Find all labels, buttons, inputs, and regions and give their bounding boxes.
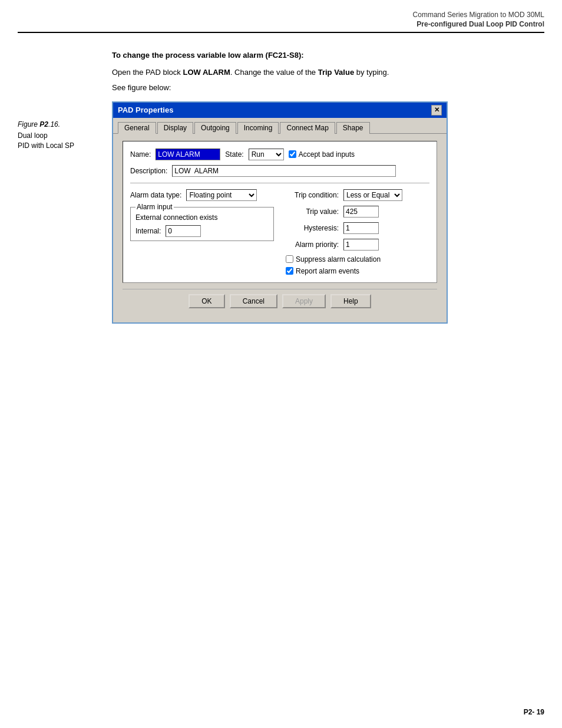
report-checkbox[interactable] [286,267,293,275]
alarm-input-title: Alarm input [135,203,174,211]
alarm-priority-label: Alarm priority: [286,241,339,249]
dialog-columns: Alarm data type: Floating point Integer … [130,189,429,275]
main-content: Figure P2.16. Dual loop PID with Local S… [0,33,562,341]
tab-display[interactable]: Display [157,122,193,134]
figure-caption-area: Figure P2.16. Dual loop PID with Local S… [18,51,112,324]
dialog-inner-panel: Name: State: Run Stop Accept bad inputs [123,141,437,283]
figure-caption: Dual loop PID with Local SP [18,131,112,151]
dialog-title: PAD Properties [118,106,173,114]
accept-bad-inputs-checkbox[interactable] [289,150,296,158]
alarm-data-type-select[interactable]: Floating point Integer Boolean [186,189,257,201]
apply-button[interactable]: Apply [282,294,326,308]
help-button[interactable]: Help [330,294,371,308]
internal-label: Internal: [135,227,161,235]
cancel-button[interactable]: Cancel [230,294,277,308]
header-subtitle: Pre-configured Dual Loop PID Control [18,20,544,28]
ok-button[interactable]: OK [189,294,224,308]
trip-value-input[interactable] [343,206,379,218]
form-separator [130,183,429,183]
close-button[interactable]: ✕ [431,105,442,116]
dialog-buttons: OK Cancel Apply Help [123,289,437,315]
instruction-paragraph: Open the PAD block LOW ALARM. Change the… [112,67,544,78]
tab-connect-map[interactable]: Connect Map [280,122,335,134]
trip-condition-label: Trip condition: [286,191,339,199]
right-content: To change the process variable low alarm… [112,51,544,324]
alarm-type-row: Alarm data type: Floating point Integer … [130,189,274,201]
state-label: State: [225,150,243,159]
report-row: Report alarm events [286,267,429,275]
tab-general[interactable]: General [118,122,156,134]
accept-bad-inputs-label: Accept bad inputs [299,150,355,159]
report-label: Report alarm events [296,267,359,275]
external-connection-text: External connection exists [135,213,269,222]
tab-incoming[interactable]: Incoming [237,122,279,134]
alarm-input-group: Alarm input External connection exists I… [130,207,274,241]
page-header: Command Series Migration to MOD 30ML Pre… [0,0,562,32]
description-row: Description: [130,165,429,177]
bold-trip-value: Trip Value [318,68,354,77]
left-column: Alarm data type: Floating point Integer … [130,189,274,275]
internal-row: Internal: [135,225,269,237]
trip-condition-select[interactable]: Less or Equal Greater or Equal Equal [343,189,402,201]
bold-low-alarm: LOW ALARM [183,68,230,77]
internal-input[interactable] [166,225,201,237]
suppress-label: Suppress alarm calculation [296,255,381,263]
suppress-row: Suppress alarm calculation [286,255,429,263]
alarm-priority-input[interactable] [343,239,379,251]
figure-label: Figure P2.16. [18,120,112,129]
alarm-data-type-label: Alarm data type: [130,191,181,199]
hysteresis-input[interactable] [343,222,379,234]
description-input[interactable] [172,165,396,177]
dialog-tabs: General Display Outgoing Incoming Connec… [113,118,447,134]
see-figure: See figure below: [112,83,544,92]
dialog-body: Name: State: Run Stop Accept bad inputs [113,134,447,322]
name-label: Name: [130,150,151,159]
trip-value-row: Trip value: [286,206,429,218]
header-title: Command Series Migration to MOD 30ML [18,11,544,19]
tab-outgoing[interactable]: Outgoing [194,122,236,134]
figure-number: P2 [39,120,48,129]
hysteresis-label: Hysteresis: [286,224,339,232]
dialog-titlebar: PAD Properties ✕ [113,103,447,118]
name-input[interactable] [156,149,220,160]
description-label: Description: [130,167,167,175]
page-footer: P2- 19 [524,708,544,716]
state-select[interactable]: Run Stop [249,149,284,160]
trip-value-label: Trip value: [286,207,339,216]
suppress-checkbox[interactable] [286,255,293,263]
alarm-priority-row: Alarm priority: [286,239,429,251]
accept-bad-inputs-row: Accept bad inputs [289,150,355,159]
trip-condition-row: Trip condition: Less or Equal Greater or… [286,189,429,201]
tab-shape[interactable]: Shape [336,122,370,134]
alarm-input-content: External connection exists Internal: [135,213,269,237]
right-column: Trip condition: Less or Equal Greater or… [286,189,429,275]
instruction-heading: To change the process variable low alarm… [112,51,544,60]
name-row: Name: State: Run Stop Accept bad inputs [130,149,429,160]
hysteresis-row: Hysteresis: [286,222,429,234]
pad-properties-dialog: PAD Properties ✕ General Display Outgoin… [112,101,448,324]
